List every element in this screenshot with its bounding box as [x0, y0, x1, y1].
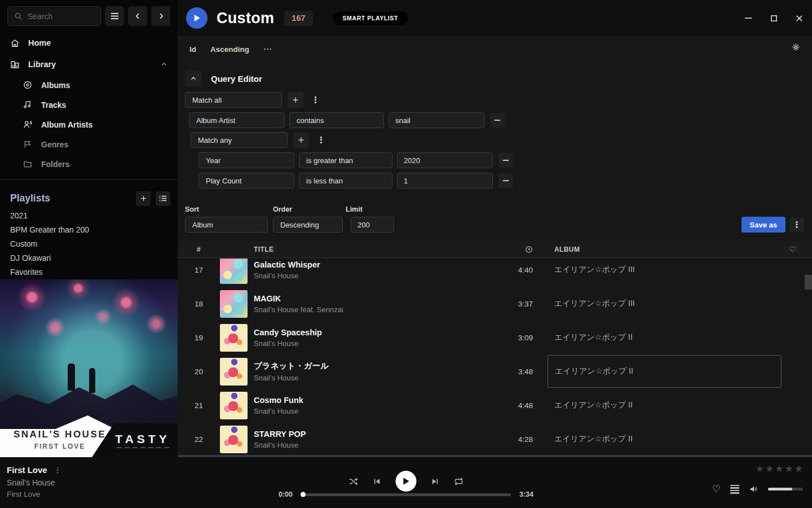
rule-operator-select[interactable]: is greater than: [299, 152, 392, 168]
column-album[interactable]: ALBUM: [548, 246, 782, 253]
column-index[interactable]: #: [178, 246, 220, 253]
row-duration: 4:40: [494, 266, 536, 274]
sidebar-item-albums[interactable]: Albums: [0, 75, 178, 95]
star-icon[interactable]: ★: [785, 463, 793, 475]
sidebar-item-tracks[interactable]: Tracks: [0, 95, 178, 115]
kebab-icon[interactable]: ⋮: [311, 95, 320, 105]
root-match-select[interactable]: Match all: [185, 92, 282, 108]
row-album-cell[interactable]: エイリアン☆ポップ II: [548, 423, 782, 455]
main-pane: Custom 167 SMART PLAYLIST Id Ascending ⋯: [178, 0, 812, 457]
row-track-artist[interactable]: Snail’s House feat. Sennzai: [254, 305, 483, 314]
order-select[interactable]: Descending: [273, 217, 343, 233]
table-row[interactable]: 20 プラネット・ガール Snail’s House 3:48 エイリアン☆ポッ…: [178, 354, 812, 388]
nav-back-button[interactable]: [128, 6, 147, 26]
row-track-artist[interactable]: Snail’s House: [254, 407, 483, 415]
star-icon[interactable]: ★: [795, 463, 803, 475]
nav-forward-button[interactable]: [151, 6, 170, 26]
sidebar-item-album-artists[interactable]: Album Artists: [0, 115, 178, 134]
play-pause-button[interactable]: [396, 471, 417, 492]
sort-direction-button[interactable]: Ascending: [210, 45, 249, 54]
maximize-button[interactable]: [769, 14, 778, 23]
search-box[interactable]: [7, 6, 101, 26]
kebab-icon[interactable]: ⋮: [317, 135, 325, 145]
playlist-item[interactable]: Favorites: [10, 265, 172, 279]
sidebar-item-genres[interactable]: Genres: [0, 134, 178, 154]
group-match-select[interactable]: Match any: [191, 132, 288, 148]
now-playing-album[interactable]: First Love: [7, 490, 61, 498]
skip-back-icon[interactable]: [373, 477, 382, 486]
row-track-artist[interactable]: Snail’s House: [254, 339, 483, 348]
star-icon[interactable]: ★: [775, 463, 783, 475]
close-button[interactable]: [795, 14, 804, 23]
column-title[interactable]: TITLE: [254, 246, 494, 253]
row-track-artist[interactable]: Snail’s House: [254, 271, 483, 280]
collapse-icon[interactable]: [161, 61, 167, 68]
table-row[interactable]: 17 Galactic Whisper Snail’s House 4:40 エ…: [178, 259, 812, 287]
volume-icon[interactable]: [749, 484, 758, 494]
rule-field-select[interactable]: Play Count: [198, 173, 294, 189]
row-track-artist[interactable]: Snail’s House: [254, 374, 483, 382]
collapse-query-editor-button[interactable]: [186, 71, 201, 86]
seek-slider[interactable]: [301, 493, 511, 496]
row-album-cell[interactable]: エイリアン☆ポップ II: [548, 355, 782, 388]
rule-field-select[interactable]: Album Artist: [189, 112, 285, 128]
add-rule-button[interactable]: [288, 92, 303, 108]
column-favorite heart-header[interactable]: ♡: [782, 245, 804, 254]
menu-button[interactable]: [105, 6, 124, 26]
rule-field-select[interactable]: Year: [198, 152, 294, 168]
row-track-artist[interactable]: Snail’s House: [254, 441, 483, 449]
rule-value-input[interactable]: [395, 116, 478, 125]
row-album-cell[interactable]: エイリアン☆ポップ III: [548, 287, 782, 320]
sidebar-item-library[interactable]: Library: [0, 54, 178, 75]
add-group-rule-button[interactable]: [293, 132, 309, 148]
now-playing-album-art[interactable]: SNAIL'S HOUSE FIRST LOVE TASTY: [0, 279, 178, 457]
remove-rule-button[interactable]: [490, 113, 505, 128]
rule-value-input[interactable]: [404, 177, 486, 185]
volume-slider[interactable]: [768, 488, 803, 491]
add-playlist-button[interactable]: [136, 191, 151, 206]
minimize-button[interactable]: [744, 14, 753, 23]
playlist-item[interactable]: 2021: [10, 208, 172, 222]
row-album-cell[interactable]: エイリアン☆ポップ II: [548, 389, 782, 422]
rule-operator-select[interactable]: is less than: [299, 173, 392, 189]
table-row[interactable]: 19 Candy Spaceship Snail’s House 3:09 エイ…: [178, 321, 812, 354]
limit-input[interactable]: [358, 221, 387, 229]
table-row[interactable]: 21 Cosmo Funk Snail’s House 4:48 エイリアン☆ポ…: [178, 388, 812, 422]
play-playlist-button[interactable]: [186, 7, 208, 29]
sort-field-button[interactable]: Id: [189, 45, 196, 54]
now-playing-title[interactable]: First Love: [7, 465, 47, 475]
heart-icon favorite-button[interactable]: ♡: [712, 483, 721, 495]
seek-thumb[interactable]: [301, 492, 306, 497]
skip-forward-icon[interactable]: [431, 477, 440, 486]
playlist-list-button[interactable]: [156, 191, 170, 206]
vertical-scrollbar-thumb[interactable]: [805, 275, 812, 290]
sort-select[interactable]: Album: [185, 217, 268, 233]
row-album-cell[interactable]: エイリアン☆ポップ II: [548, 321, 782, 354]
star-icon[interactable]: ★: [765, 463, 774, 475]
queue-icon[interactable]: [730, 485, 739, 494]
playlist-item[interactable]: BPM Greater than 200: [10, 222, 172, 237]
star-icon[interactable]: ★: [756, 463, 764, 475]
save-as-button[interactable]: Save as: [742, 217, 785, 233]
now-playing-artist[interactable]: Snail’s House: [7, 478, 61, 487]
save-options-button[interactable]: ⋮: [789, 217, 804, 232]
column-duration[interactable]: [494, 246, 536, 253]
rule-value-input[interactable]: [404, 156, 486, 165]
table-row[interactable]: 22 STARRY POP Snail’s House 4:28 エイリアン☆ポ…: [178, 422, 812, 455]
playlist-item[interactable]: DJ Okawari: [10, 251, 172, 265]
meatball-icon[interactable]: ⋯: [263, 44, 272, 54]
rule-operator-select[interactable]: contains: [289, 112, 384, 128]
search-input[interactable]: [28, 12, 94, 21]
sidebar-item-folders[interactable]: Folders: [0, 154, 178, 174]
shuffle-icon[interactable]: [348, 476, 359, 487]
sidebar-item-home[interactable]: Home: [0, 32, 178, 54]
remove-rule-button[interactable]: [498, 153, 513, 168]
art-album-name: FIRST LOVE: [14, 443, 106, 450]
table-row[interactable]: 18 MAGIK Snail’s House feat. Sennzai 3:3…: [178, 287, 812, 321]
playlist-item[interactable]: Custom: [10, 237, 172, 251]
kebab-icon[interactable]: ⋮: [54, 466, 61, 474]
row-album-cell[interactable]: エイリアン☆ポップ III: [548, 259, 782, 286]
repeat-icon[interactable]: [454, 476, 464, 487]
gear-icon[interactable]: [792, 43, 800, 51]
remove-rule-button[interactable]: [498, 173, 513, 188]
